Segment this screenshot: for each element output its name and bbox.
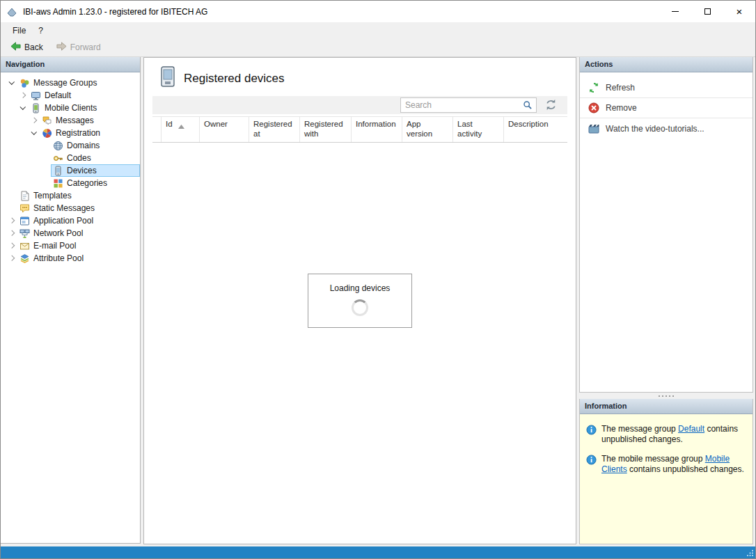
tree-item-application-pool[interactable]: Application Pool xyxy=(1,214,140,227)
chevron-right-icon[interactable] xyxy=(6,227,17,239)
tree-item-attribute-pool[interactable]: Attribute Pool xyxy=(1,252,140,265)
tree-item-categories[interactable]: Categories xyxy=(1,177,140,189)
tree-item-label: Default xyxy=(45,90,74,100)
default-group-link[interactable]: Default xyxy=(678,424,704,434)
navigation-tree: Message Groups Default xyxy=(1,72,140,265)
mobile-clients-icon xyxy=(31,103,41,113)
info-note-prefix: The mobile message group xyxy=(601,454,705,464)
close-button[interactable]: × xyxy=(723,1,755,22)
chevron-right-icon[interactable] xyxy=(6,252,17,265)
back-button[interactable]: Back xyxy=(5,39,48,56)
info-note: The message group Default contains unpub… xyxy=(580,418,753,448)
tree-item-templates[interactable]: Templates xyxy=(1,189,140,202)
application-pool-icon xyxy=(19,216,30,226)
chevron-down-icon[interactable] xyxy=(17,102,29,114)
action-remove[interactable]: Remove xyxy=(580,98,753,118)
table-header: Id Owner Registered at Registered with I… xyxy=(152,116,567,143)
info-note: The mobile message group Mobile Clients … xyxy=(580,448,753,478)
tree-item-message-groups[interactable]: Message Groups xyxy=(1,77,140,89)
tree-item-devices[interactable]: Devices xyxy=(1,164,140,177)
tree-item-registration[interactable]: Registration xyxy=(1,127,140,139)
chevron-right-icon[interactable] xyxy=(17,89,29,102)
nav-toolbar: Back Forward xyxy=(1,38,755,57)
action-label: Watch the video-tutorials... xyxy=(606,124,704,134)
loading-label: Loading devices xyxy=(308,283,411,293)
video-tutorials-icon xyxy=(588,123,599,134)
tree-item-default[interactable]: Default xyxy=(1,89,140,102)
action-label: Remove xyxy=(606,103,637,113)
workspace: Navigation Message Groups xyxy=(1,57,755,546)
tree-item-mobile-clients[interactable]: Mobile Clients xyxy=(1,102,140,114)
remove-icon xyxy=(588,102,599,113)
chevron-down-icon[interactable] xyxy=(6,77,17,89)
column-header-app-version[interactable]: App version xyxy=(402,117,453,142)
tree-item-label: Mobile Clients xyxy=(45,103,100,113)
main-panel: Registered devices Id Owner xyxy=(143,57,576,544)
navigation-panel: Navigation Message Groups xyxy=(1,57,141,544)
action-refresh[interactable]: Refresh xyxy=(580,78,753,98)
tree-item-label: Application Pool xyxy=(33,216,96,226)
grid-refresh-icon[interactable] xyxy=(544,99,558,111)
tree-item-label: Messages xyxy=(56,116,97,125)
actions-panel: Actions Refresh Remove xyxy=(579,57,753,393)
panel-splitter[interactable] xyxy=(579,393,753,399)
column-header-blank xyxy=(152,117,162,142)
domains-icon xyxy=(53,141,63,151)
column-header-description[interactable]: Description xyxy=(504,117,567,142)
column-header-id[interactable]: Id xyxy=(162,117,200,142)
search-input[interactable] xyxy=(401,100,523,110)
back-label: Back xyxy=(24,42,43,52)
status-bar xyxy=(1,546,755,558)
tree-item-label: Categories xyxy=(67,178,110,188)
column-header-owner[interactable]: Owner xyxy=(200,117,249,142)
search-box xyxy=(400,97,537,113)
tree-item-network-pool[interactable]: Network Pool xyxy=(1,227,140,239)
column-header-registered-at[interactable]: Registered at xyxy=(249,117,300,142)
tree-item-label: Static Messages xyxy=(33,203,97,213)
chevron-right-icon[interactable] xyxy=(6,239,17,252)
tree-item-static-messages[interactable]: Static Messages xyxy=(1,202,140,214)
page-title: Registered devices xyxy=(184,72,285,86)
actions-panel-header: Actions xyxy=(580,57,753,72)
info-icon xyxy=(586,455,597,465)
navigation-panel-header: Navigation xyxy=(1,57,140,72)
tree-item-codes[interactable]: Codes xyxy=(1,152,140,164)
column-header-last-activity[interactable]: Last activity xyxy=(453,117,504,142)
forward-icon xyxy=(56,41,68,54)
menu-file[interactable]: File xyxy=(6,24,32,38)
tree-item-email-pool[interactable]: E-mail Pool xyxy=(1,239,140,252)
tree-item-messages[interactable]: Messages xyxy=(1,114,140,127)
tree-item-label: Devices xyxy=(67,166,100,175)
menu-help[interactable]: ? xyxy=(32,24,49,38)
maximize-button[interactable] xyxy=(691,1,723,22)
tree-item-label: Domains xyxy=(67,141,102,150)
minimize-button[interactable] xyxy=(659,1,691,22)
tree-item-label: Templates xyxy=(33,191,74,200)
window-title: IBI-aws Admin 1.23.0 - registered for IB… xyxy=(23,7,207,17)
loading-dialog: Loading devices xyxy=(308,274,412,328)
devices-icon xyxy=(53,166,63,176)
registration-icon xyxy=(42,128,52,139)
column-header-information[interactable]: Information xyxy=(352,117,402,142)
static-messages-icon xyxy=(19,203,30,214)
minimize-icon xyxy=(672,11,679,12)
tree-item-label: Message Groups xyxy=(33,78,100,88)
close-icon: × xyxy=(737,6,743,17)
resize-grip-icon[interactable] xyxy=(746,549,754,557)
search-icon[interactable] xyxy=(523,100,533,110)
action-label: Refresh xyxy=(606,83,635,93)
chevron-down-icon[interactable] xyxy=(29,127,40,139)
loading-spinner-icon xyxy=(352,299,368,316)
column-header-registered-with[interactable]: Registered with xyxy=(300,117,352,142)
chevron-right-icon[interactable] xyxy=(29,114,40,127)
codes-icon xyxy=(53,153,63,164)
action-watch-video-tutorials[interactable]: Watch the video-tutorials... xyxy=(580,118,753,139)
chevron-right-icon[interactable] xyxy=(6,214,17,227)
default-group-icon xyxy=(31,90,41,101)
info-note-suffix: contains unpublished changes. xyxy=(627,464,744,474)
forward-button[interactable]: Forward xyxy=(51,39,106,56)
tree-item-domains[interactable]: Domains xyxy=(1,139,140,152)
information-panel: Information The message group Default co… xyxy=(579,399,753,544)
information-panel-header: Information xyxy=(580,399,753,414)
messages-icon xyxy=(42,116,52,126)
